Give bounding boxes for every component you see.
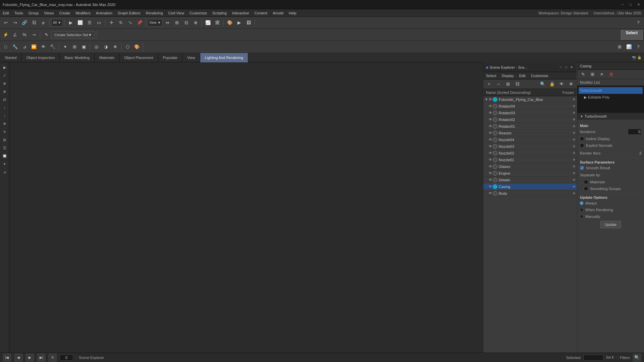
- select-by-name-tool[interactable]: ☰: [85, 18, 94, 27]
- sb-playbtn[interactable]: ▶: [25, 353, 34, 362]
- se-row-body[interactable]: 👁 Body ✳: [483, 190, 577, 197]
- tab-lighting-rendering[interactable]: Lighting And Rendering: [200, 53, 248, 62]
- render-frame[interactable]: 🖼: [244, 18, 253, 27]
- menu-help[interactable]: Help: [286, 9, 299, 17]
- ts-header[interactable]: ▼ TurboSmooth: [577, 113, 644, 120]
- se-menu-customize[interactable]: Customize: [528, 72, 551, 79]
- menu-arnold[interactable]: Arnold: [270, 9, 286, 17]
- menu-modifiers[interactable]: Modifiers: [73, 9, 93, 17]
- angle-snap[interactable]: ∠: [11, 31, 19, 39]
- create-selection-set-button[interactable]: Create Selection Set ▼: [51, 31, 95, 39]
- redo-button[interactable]: ↪: [11, 18, 19, 27]
- select-region-tool[interactable]: ⬜: [76, 18, 85, 27]
- se-filter-btn[interactable]: 🔍: [538, 80, 547, 88]
- left-btn-8[interactable]: ❄: [1, 120, 8, 127]
- se-row-rotator03[interactable]: 👁 Rotator03 ✳: [483, 110, 577, 116]
- sb-next[interactable]: ▶|: [37, 353, 46, 362]
- obj-motion[interactable]: ⏩: [30, 43, 38, 51]
- sb-selected-input[interactable]: [583, 355, 603, 361]
- modifier-turbosm[interactable]: TurboSmooth: [579, 87, 643, 94]
- select-button[interactable]: Select: [621, 30, 643, 40]
- minimize-button[interactable]: ─: [620, 2, 625, 7]
- obj-create[interactable]: □: [1, 43, 10, 51]
- rectangular-selection[interactable]: ▭: [95, 18, 103, 27]
- tab-basic-modeling[interactable]: Basic Modeling: [60, 53, 95, 62]
- wire-color[interactable]: 🎨: [132, 43, 141, 51]
- left-btn-3[interactable]: ⊕: [1, 80, 8, 87]
- modifier-editpoly[interactable]: ▶ Editable Poly: [579, 94, 643, 101]
- help2[interactable]: ?: [634, 43, 643, 51]
- snap-toggle[interactable]: ⚡: [1, 31, 10, 39]
- menu-scripting[interactable]: Scripting: [210, 9, 229, 17]
- se-row-nozzle01[interactable]: 👁 Nozzle01 ✳: [483, 157, 577, 163]
- se-row-glases[interactable]: 👁 Glases ✳: [483, 163, 577, 170]
- ts-smooth-groups-cb[interactable]: [584, 187, 588, 191]
- se-maximize[interactable]: □: [564, 65, 569, 70]
- rotate-tool[interactable]: ↻: [116, 18, 125, 27]
- se-add-btn[interactable]: +: [485, 80, 493, 88]
- se-row-rotator01[interactable]: 👁 Rotator01 ✳: [483, 123, 577, 130]
- place-tool[interactable]: 📌: [135, 18, 144, 27]
- menu-group[interactable]: Group: [26, 9, 42, 17]
- se-lock2-btn[interactable]: 🔒: [548, 80, 556, 88]
- se-row-nozzle02[interactable]: 👁 Nozzle02 ✳: [483, 150, 577, 157]
- tab-view[interactable]: View: [182, 53, 200, 62]
- se-row-details[interactable]: 👁 Details ✳: [483, 177, 577, 183]
- bind-tool[interactable]: ⌀: [39, 18, 48, 27]
- mirror-tool[interactable]: ⇔: [163, 18, 172, 27]
- left-btn-7[interactable]: ↓: [1, 112, 8, 119]
- obj-modify[interactable]: 🔧: [11, 43, 19, 51]
- obj-utilities[interactable]: 🔨: [48, 43, 57, 51]
- obj-display[interactable]: 👁: [39, 43, 48, 51]
- align-view-tool[interactable]: ⊟: [182, 18, 191, 27]
- sb-play[interactable]: |◀: [3, 353, 11, 362]
- render-type[interactable]: ⬡: [123, 43, 132, 51]
- sb-search-btn[interactable]: 🔍: [633, 353, 641, 362]
- obj-hierarchy[interactable]: ⊿: [20, 43, 29, 51]
- menu-content[interactable]: Content: [252, 9, 270, 17]
- viewport-layout[interactable]: ⊞: [615, 43, 624, 51]
- se-move-btn[interactable]: ↔: [494, 80, 503, 88]
- se-row-nozzle04[interactable]: 👁 Nozzle04 ✳: [483, 136, 577, 143]
- mod-tb-2[interactable]: ⊞: [588, 70, 597, 79]
- render-btn[interactable]: ▶: [235, 18, 244, 27]
- sb-frame-input[interactable]: [60, 355, 73, 361]
- se-menu-display[interactable]: Display: [499, 72, 517, 79]
- manip-mode[interactable]: ✦: [61, 43, 69, 51]
- ts-materials-cb[interactable]: [584, 180, 588, 184]
- layer-tool[interactable]: ⊕: [191, 18, 200, 27]
- tab-object-inspection[interactable]: Object Inspection: [21, 53, 60, 62]
- array-tool[interactable]: ⊞: [70, 43, 79, 51]
- se-menu-edit[interactable]: Edit: [517, 72, 528, 79]
- view-dropdown[interactable]: View▼: [148, 19, 162, 26]
- left-btn-14[interactable]: ⊿: [1, 168, 8, 176]
- se-row-reactor[interactable]: 👁 Reactor ✳: [483, 130, 577, 136]
- se-row-rotator02[interactable]: 👁 Rotator02 ✳: [483, 116, 577, 123]
- group-tool[interactable]: ▣: [79, 43, 88, 51]
- se-row-nozzle03[interactable]: 👁 Nozzle03 ✳: [483, 143, 577, 150]
- se-eye-btn[interactable]: 👁: [557, 80, 566, 88]
- left-btn-12[interactable]: 🔲: [1, 152, 8, 160]
- sb-prev[interactable]: ◀: [14, 353, 23, 362]
- tab-populate[interactable]: Populate: [158, 53, 182, 62]
- menu-edit[interactable]: Edit: [0, 9, 12, 17]
- ts-update-button[interactable]: Update: [600, 221, 621, 228]
- scale-tool[interactable]: ⤡: [126, 18, 135, 27]
- left-btn-13[interactable]: ✦: [1, 160, 8, 168]
- left-btn-2[interactable]: ⤢: [1, 72, 8, 79]
- ts-isoline-cb[interactable]: [580, 137, 584, 141]
- edit-named-sel[interactable]: ✎: [42, 31, 51, 39]
- left-btn-11[interactable]: ☰: [1, 144, 8, 152]
- ts-explicit-cb[interactable]: [580, 143, 584, 147]
- se-minimize[interactable]: ─: [558, 65, 563, 70]
- isolate-sel[interactable]: ◎: [92, 43, 101, 51]
- se-grid-btn[interactable]: ⊞: [503, 80, 512, 88]
- left-btn-4[interactable]: ⊕: [1, 88, 8, 95]
- link-tool[interactable]: 🔗: [20, 18, 29, 27]
- align-tool[interactable]: ⊞: [172, 18, 181, 27]
- se-freeze-btn[interactable]: ❄: [567, 80, 575, 88]
- mod-tb-4[interactable]: 🗑: [607, 70, 615, 79]
- tab-object-placement[interactable]: Object Placement: [119, 53, 158, 62]
- tab-started[interactable]: Started: [0, 53, 21, 62]
- undo-button[interactable]: ↩: [1, 18, 10, 27]
